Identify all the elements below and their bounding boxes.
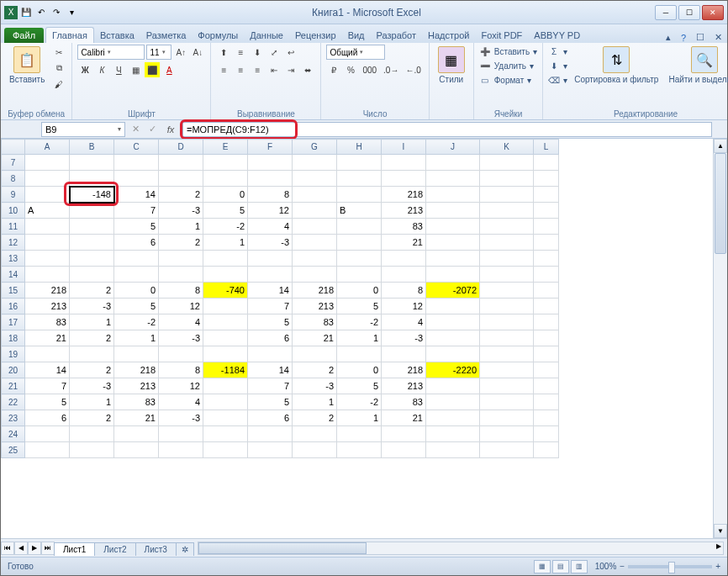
cell-G14[interactable] — [293, 267, 337, 283]
cell-A7[interactable] — [25, 155, 70, 171]
row-header-7[interactable]: 7 — [2, 155, 25, 171]
tab-view[interactable]: Вид — [342, 28, 371, 43]
cell-D10[interactable]: -3 — [159, 203, 203, 219]
cell-F22[interactable]: 5 — [248, 394, 293, 410]
cell-F8[interactable] — [248, 171, 293, 187]
cell-B25[interactable] — [70, 442, 114, 458]
column-header-D[interactable]: D — [159, 140, 203, 155]
view-pagebreak-icon[interactable]: ▥ — [571, 560, 588, 573]
cell-F9[interactable]: 8 — [248, 187, 293, 203]
cancel-formula-icon[interactable]: ✕ — [129, 124, 142, 135]
cell-C16[interactable]: 5 — [114, 299, 159, 314]
row-header-13[interactable]: 13 — [2, 251, 25, 267]
row-header-17[interactable]: 17 — [2, 314, 25, 330]
cell-D24[interactable] — [159, 426, 203, 442]
cell-J11[interactable] — [426, 219, 480, 235]
cell-C9[interactable]: 14 — [114, 187, 159, 203]
cell-H20[interactable]: 0 — [337, 362, 382, 378]
cell-H7[interactable] — [337, 155, 382, 171]
sheet-tab-2[interactable]: Лист2 — [94, 542, 135, 556]
row-header-12[interactable]: 12 — [2, 235, 25, 251]
cell-F15[interactable]: 14 — [248, 283, 293, 299]
cell-A15[interactable]: 218 — [25, 283, 70, 299]
cell-K9[interactable] — [480, 187, 534, 203]
row-header-15[interactable]: 15 — [2, 283, 25, 299]
row-header-10[interactable]: 10 — [2, 203, 25, 219]
cell-K19[interactable] — [480, 346, 534, 362]
column-header-L[interactable]: L — [534, 140, 559, 155]
cell-H9[interactable] — [337, 187, 382, 203]
cell-B7[interactable] — [70, 155, 114, 171]
cell-I13[interactable] — [382, 251, 426, 267]
merge-button[interactable]: ⬌ — [300, 62, 315, 77]
decrease-indent-icon[interactable]: ⇤ — [266, 62, 282, 77]
cell-C25[interactable] — [114, 442, 159, 458]
row-header-19[interactable]: 19 — [2, 346, 25, 362]
cell-F23[interactable]: 6 — [248, 410, 293, 426]
sheet-nav-prev-icon[interactable]: ◀ — [14, 542, 28, 555]
cell-B22[interactable]: 1 — [70, 394, 114, 410]
close-button[interactable]: ✕ — [702, 5, 724, 20]
cell-L24[interactable] — [534, 426, 559, 442]
zoom-out-button[interactable]: − — [620, 562, 625, 571]
cell-J21[interactable] — [426, 378, 480, 394]
cell-L20[interactable] — [534, 362, 559, 378]
cell-J15[interactable]: -2072 — [426, 283, 480, 299]
row-header-23[interactable]: 23 — [2, 410, 25, 426]
cell-L15[interactable] — [534, 283, 559, 299]
column-header-J[interactable]: J — [426, 140, 480, 155]
cell-F12[interactable]: -3 — [248, 235, 293, 251]
fx-button[interactable]: fx — [162, 124, 179, 135]
cell-H22[interactable]: -2 — [337, 394, 382, 410]
zoom-slider[interactable] — [628, 565, 712, 568]
cell-D16[interactable]: 12 — [159, 299, 203, 314]
column-header-K[interactable]: K — [480, 140, 534, 155]
scroll-track[interactable] — [714, 153, 727, 524]
cell-E22[interactable] — [203, 394, 248, 410]
row-header-18[interactable]: 18 — [2, 330, 25, 346]
cell-B10[interactable] — [70, 203, 114, 219]
border-button[interactable]: ▦ — [128, 62, 143, 77]
row-header-8[interactable]: 8 — [2, 171, 25, 187]
redo-icon[interactable]: ↷ — [50, 6, 63, 19]
cell-J7[interactable] — [426, 155, 480, 171]
cell-I24[interactable] — [382, 426, 426, 442]
name-box[interactable]: B9 — [41, 122, 125, 137]
cell-A25[interactable] — [25, 442, 70, 458]
cell-L11[interactable] — [534, 219, 559, 235]
cell-G8[interactable] — [293, 171, 337, 187]
cell-J22[interactable] — [426, 394, 480, 410]
cell-A22[interactable]: 5 — [25, 394, 70, 410]
cell-E25[interactable] — [203, 442, 248, 458]
cell-G18[interactable]: 21 — [293, 330, 337, 346]
font-color-button[interactable]: А — [161, 62, 177, 77]
cell-C22[interactable]: 83 — [114, 394, 159, 410]
cell-D23[interactable]: -3 — [159, 410, 203, 426]
cell-I15[interactable]: 8 — [382, 283, 426, 299]
cell-H25[interactable] — [337, 442, 382, 458]
tab-developer[interactable]: Разработ — [371, 28, 422, 43]
cell-B12[interactable] — [70, 235, 114, 251]
cell-C23[interactable]: 21 — [114, 410, 159, 426]
cell-L25[interactable] — [534, 442, 559, 458]
cell-A20[interactable]: 14 — [25, 362, 70, 378]
cell-L23[interactable] — [534, 410, 559, 426]
delete-cells-button[interactable]: ➖Удалить ▾ — [479, 59, 534, 72]
cell-H11[interactable] — [337, 219, 382, 235]
cell-B9[interactable]: -148 — [70, 187, 114, 203]
cell-H19[interactable] — [337, 346, 382, 362]
cell-K10[interactable] — [480, 203, 534, 219]
cell-A12[interactable] — [25, 235, 70, 251]
cell-E7[interactable] — [203, 155, 248, 171]
cell-B16[interactable]: -3 — [70, 299, 114, 314]
row-header-24[interactable]: 24 — [2, 426, 25, 442]
cell-J13[interactable] — [426, 251, 480, 267]
cell-G17[interactable]: 83 — [293, 314, 337, 330]
cell-J25[interactable] — [426, 442, 480, 458]
cell-K18[interactable] — [480, 330, 534, 346]
cell-F16[interactable]: 7 — [248, 299, 293, 314]
cell-J14[interactable] — [426, 267, 480, 283]
cell-L18[interactable] — [534, 330, 559, 346]
cell-L12[interactable] — [534, 235, 559, 251]
cell-B11[interactable] — [70, 219, 114, 235]
